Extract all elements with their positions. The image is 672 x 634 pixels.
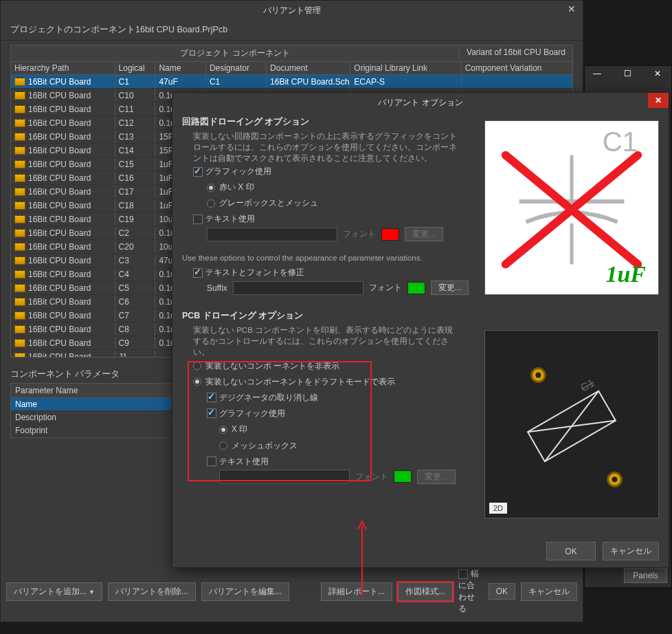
suffix-font-label: フォント	[369, 282, 402, 294]
sch-text-input[interactable]	[207, 228, 337, 241]
col-designator[interactable]: Designator	[206, 62, 267, 74]
table-row[interactable]: 16Bit CPU BoardC147uFC116Bit CPU Board.S…	[11, 75, 572, 89]
chip-icon	[14, 188, 25, 196]
chip-icon	[14, 229, 25, 237]
delete-variant-button[interactable]: バリアントを削除...	[108, 582, 196, 601]
pcb-section-desc: 実装しない PCB コンポーネントを印刷、表示する時にどのように表現するかコント…	[182, 325, 457, 358]
svg-point-12	[612, 477, 618, 482]
chip-icon	[14, 243, 25, 251]
dialog-cancel-button[interactable]: キャンセル	[603, 542, 659, 560]
close-icon[interactable]: ✕	[568, 3, 576, 14]
col-hierarchy[interactable]: Hierarchy Path	[11, 62, 115, 74]
variant-options-dialog: バリアント オプション ✕ 回路図ドローイング オプション 実装しない回路図コン…	[172, 92, 669, 568]
chip-icon	[14, 215, 25, 223]
detail-report-button[interactable]: 詳細レポート...	[321, 582, 392, 601]
chip-icon	[14, 311, 25, 320]
col-document[interactable]: Document	[267, 62, 350, 74]
sch-section-desc: 実装しない回路図コンポーネントの上に表示するグラフィックをコントロールするには、…	[182, 131, 457, 164]
dialog-ok-button[interactable]: OK	[546, 542, 596, 560]
cancel-button[interactable]: キャンセル	[521, 582, 577, 601]
schematic-preview: C1 1uF	[484, 120, 659, 295]
pcb-preview: C1 2D	[484, 330, 659, 518]
svg-point-10	[535, 373, 541, 378]
window-title: バリアント管理	[263, 5, 321, 17]
sch-change-button[interactable]: 変更...	[405, 227, 443, 241]
suffix-change-button[interactable]: 変更...	[431, 281, 469, 295]
chip-icon	[14, 133, 25, 141]
col-library[interactable]: Original Library Link	[350, 62, 461, 74]
svg-text:C1: C1	[579, 377, 596, 394]
chevron-down-icon: ▼	[89, 589, 95, 595]
chip-icon	[14, 298, 25, 306]
col-variation[interactable]: Component Variation	[462, 62, 572, 74]
close-icon[interactable]: ✕	[648, 93, 669, 108]
suffix-label: Suffix	[207, 283, 227, 293]
chip-icon	[14, 353, 25, 357]
chip-icon	[14, 160, 25, 168]
close-button[interactable]: ✕	[649, 69, 666, 84]
chip-icon	[14, 78, 25, 86]
draw-style-button[interactable]: 作図様式...	[398, 582, 453, 601]
view-2d-badge[interactable]: 2D	[489, 503, 507, 514]
col-name[interactable]: Name	[155, 62, 205, 74]
ok-button[interactable]: OK	[489, 583, 515, 600]
pcb-change-button[interactable]: 変更...	[417, 470, 456, 484]
chip-icon	[14, 325, 25, 334]
svg-line-7	[528, 391, 616, 461]
chip-icon	[14, 256, 25, 265]
preview-value: 1uF	[605, 261, 646, 287]
panels-button[interactable]: Panels	[624, 568, 667, 583]
maximize-button[interactable]: ☐	[619, 69, 636, 84]
chip-icon	[14, 270, 25, 278]
chip-icon	[14, 91, 25, 100]
pcb-text-input[interactable]	[219, 470, 350, 483]
suffix-input[interactable]	[233, 281, 363, 295]
add-variant-button[interactable]: バリアントを追加...▼	[6, 582, 102, 601]
chip-icon	[14, 174, 25, 182]
chip-icon	[14, 146, 25, 155]
pcb-section-title: PCB ドローイング オプション	[182, 310, 659, 322]
chip-icon	[14, 201, 25, 210]
edit-variant-button[interactable]: バリアントを編集...	[201, 582, 289, 601]
sch-font-label: フォント	[343, 228, 376, 240]
dialog-title: バリアント オプション	[378, 97, 462, 109]
col-logical[interactable]: Logical	[115, 62, 156, 74]
chip-icon	[14, 105, 25, 113]
project-label: プロジェクトのコンポーネント16bit CPU Board.PrjPcb	[1, 20, 583, 41]
pcb-font-label: フォント	[355, 471, 388, 483]
chip-icon	[14, 284, 25, 292]
chip-icon	[14, 339, 25, 347]
chip-icon	[14, 119, 25, 127]
fit-width-checkbox[interactable]: 幅に合わせる	[458, 568, 483, 615]
grid-header-right: Variant of 16bit CPU Board	[459, 47, 572, 59]
sch-font-color[interactable]	[381, 228, 399, 241]
suffix-font-color[interactable]	[407, 282, 425, 294]
grid-header-left: プロジェクト コンポーネント	[11, 47, 459, 59]
minimize-button[interactable]: —	[589, 69, 605, 84]
pcb-font-color[interactable]	[394, 470, 412, 483]
